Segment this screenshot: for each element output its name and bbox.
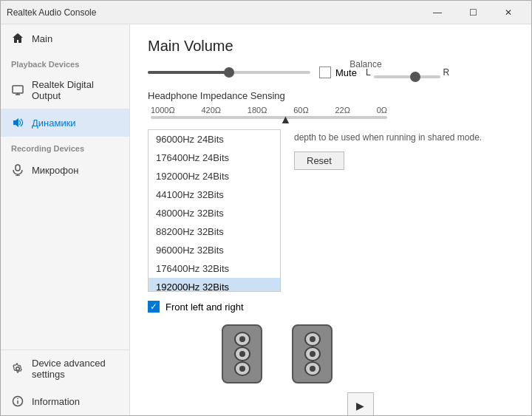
minimize-button[interactable]: — — [420, 1, 454, 24]
balance-area: Balance L R — [366, 67, 449, 78]
monitor-icon — [11, 83, 24, 97]
speaker-right-top — [304, 332, 321, 347]
combined-area: 96000Hz 24Bits176400Hz 24Bits192000Hz 24… — [148, 129, 514, 292]
digital-output-label: Realtek Digital Output — [32, 79, 119, 101]
sidebar: Main Playback Devices Realtek Digital Ou… — [1, 24, 130, 415]
mic-icon — [11, 163, 24, 177]
device-settings-label: Device advanced settings — [32, 358, 119, 380]
window-controls: — ☐ ✕ — [420, 1, 525, 24]
maximize-button[interactable]: ☐ — [456, 1, 490, 24]
sample-rate-item[interactable]: 96000Hz 24Bits — [149, 130, 280, 149]
speaker-icon — [11, 116, 24, 129]
depth-desc: depth to be used when running in shared … — [294, 132, 514, 143]
app-title: Realtek Audio Console — [7, 7, 420, 18]
impedance-pointer: ▲ — [279, 113, 291, 126]
sample-rate-item[interactable]: 176400Hz 32Bits — [149, 259, 280, 278]
sample-rate-dropdown: 96000Hz 24Bits176400Hz 24Bits192000Hz 24… — [148, 129, 282, 292]
volume-slider-container — [148, 71, 310, 74]
balance-r: R — [443, 67, 450, 78]
sample-rate-item[interactable]: 88200Hz 32Bits — [149, 222, 280, 241]
sample-rate-item[interactable]: 192000Hz 32Bits — [149, 278, 280, 292]
sidebar-item-digital-output[interactable]: Realtek Digital Output — [1, 72, 129, 109]
main-title: Main Volume — [148, 38, 514, 55]
volume-thumb[interactable] — [224, 67, 234, 78]
svg-point-8 — [17, 398, 18, 400]
right-panel: depth to be used when running in shared … — [282, 129, 514, 292]
information-label: Information — [32, 396, 80, 407]
impedance-labels: 1000Ω 420Ω 180Ω 60Ω 22Ω 0Ω — [151, 106, 387, 115]
sidebar-item-device-settings[interactable]: Device advanced settings — [1, 350, 129, 387]
sidebar-item-microphone[interactable]: Микрофон — [1, 156, 129, 184]
svg-rect-3 — [16, 165, 20, 171]
front-lr-label: Front left and right — [166, 301, 244, 313]
balance-title: Balance — [349, 59, 381, 69]
volume-track[interactable] — [148, 71, 310, 74]
speaker-left — [222, 324, 262, 383]
microphone-label: Микрофон — [32, 165, 78, 176]
reset-button[interactable]: Reset — [294, 151, 344, 170]
info-icon — [11, 395, 24, 408]
close-button[interactable]: ✕ — [491, 1, 525, 24]
sample-rate-item[interactable]: 44100Hz 32Bits — [149, 185, 280, 204]
home-icon — [11, 32, 24, 45]
sidebar-item-dynamics[interactable]: Динамики — [1, 109, 129, 137]
speaker-left-top — [234, 332, 250, 347]
sample-rate-item[interactable]: 176400Hz 24Bits — [149, 149, 280, 167]
checkbox-row: ✓ Front left and right — [148, 301, 514, 313]
sample-rate-item[interactable]: 96000Hz 32Bits — [149, 241, 280, 259]
sidebar-bottom: Device advanced settings Information — [1, 349, 129, 415]
impedance-label: Headphone Impedance Sensing — [148, 90, 514, 101]
balance-thumb[interactable] — [410, 72, 420, 82]
titlebar: Realtek Audio Console — ☐ ✕ — [1, 1, 531, 24]
recording-section-label: Recording Devices — [1, 137, 129, 156]
sidebar-main-label: Main — [32, 33, 52, 44]
mute-checkbox[interactable] — [319, 67, 331, 78]
impedance-track: ▲ — [151, 116, 387, 119]
impedance-section: Headphone Impedance Sensing 1000Ω 420Ω 1… — [148, 90, 514, 119]
speaker-right-bot — [304, 361, 321, 376]
svg-rect-0 — [13, 86, 23, 93]
main-content: Main Volume Mute Balance L — [130, 24, 531, 415]
sample-rate-item[interactable]: 48000Hz 32Bits — [149, 204, 280, 222]
gear-icon — [11, 362, 24, 375]
speaker-left-mid — [234, 347, 250, 361]
app-body: Main Playback Devices Realtek Digital Ou… — [1, 24, 531, 415]
balance-track[interactable] — [374, 75, 440, 78]
play-button-row: ▶ — [207, 392, 514, 415]
sidebar-item-information[interactable]: Information — [1, 387, 129, 415]
front-lr-checkbox[interactable]: ✓ — [148, 301, 160, 313]
speaker-right — [292, 324, 332, 383]
speakers-row — [222, 324, 514, 383]
dynamics-label: Динамики — [32, 117, 76, 129]
playback-section-label: Playback Devices — [1, 52, 129, 72]
play-button[interactable]: ▶ — [347, 392, 374, 415]
speaker-left-bot — [234, 361, 250, 376]
impedance-track-container: 1000Ω 420Ω 180Ω 60Ω 22Ω 0Ω ▲ — [151, 106, 387, 119]
sample-rate-item[interactable]: 192000Hz 24Bits — [149, 167, 280, 185]
sidebar-item-main[interactable]: Main — [1, 24, 129, 52]
sample-rate-list[interactable]: 96000Hz 24Bits176400Hz 24Bits192000Hz 24… — [148, 129, 281, 292]
volume-row: Mute Balance L R — [148, 67, 514, 78]
speaker-right-mid — [304, 347, 321, 361]
